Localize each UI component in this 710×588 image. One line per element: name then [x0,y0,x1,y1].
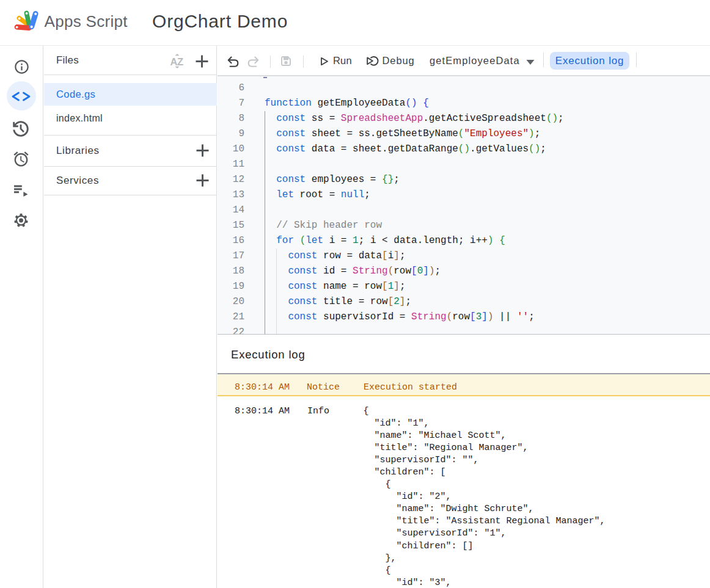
svg-text:AZ: AZ [170,56,183,67]
